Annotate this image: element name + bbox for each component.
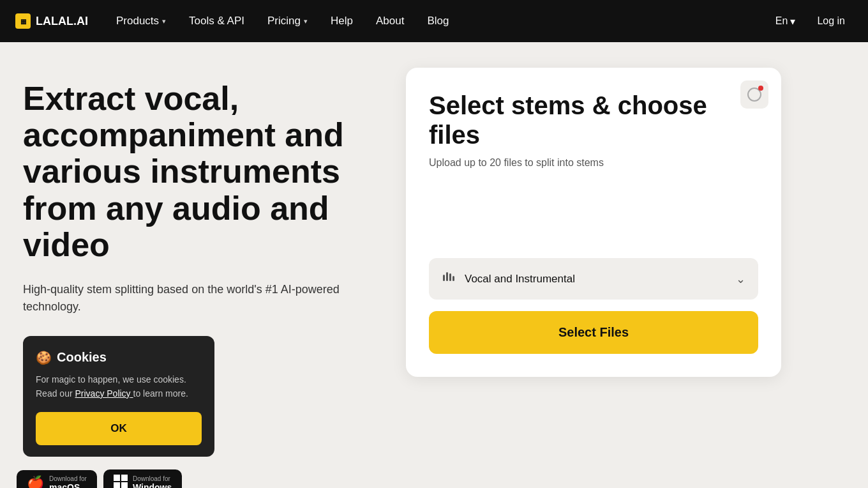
hero-subtitle: High-quality stem splitting based on the… <box>23 281 380 316</box>
stem-selector-label: Vocal and Instrumental <box>465 273 575 286</box>
products-chevron-icon: ▾ <box>162 17 166 26</box>
cookie-text: For magic to happen, we use cookies. Rea… <box>36 373 202 400</box>
app-badges-row: 🍎 Download for macOS Download for Window… <box>17 469 380 488</box>
logo-link[interactable]: ▦ LALAL.AI <box>15 13 88 29</box>
nav-about[interactable]: About <box>366 10 414 33</box>
stem-chevron-icon: ⌄ <box>736 272 745 286</box>
cookie-title: Cookies <box>57 350 107 365</box>
upload-card: Select stems & choose files Upload up to… <box>406 68 781 377</box>
apple-icon: 🍎 <box>27 475 44 488</box>
svg-rect-0 <box>114 475 120 481</box>
nav-right: En ▾ Log in <box>769 11 853 31</box>
windows-icon <box>114 475 128 488</box>
nav-pricing[interactable]: Pricing ▾ <box>257 10 318 33</box>
stem-music-icon <box>442 270 457 288</box>
right-column: Select stems & choose files Upload up to… <box>406 68 781 377</box>
svg-rect-5 <box>446 272 448 281</box>
windows-badge[interactable]: Download for Windows <box>103 469 182 488</box>
nav-links: Products ▾ Tools & API Pricing ▾ Help Ab… <box>106 10 769 33</box>
card-corner-icon <box>740 80 768 109</box>
hero-title: Extract vocal, accompaniment and various… <box>23 80 380 263</box>
nav-help[interactable]: Help <box>320 10 363 33</box>
cookie-banner: 🍪 Cookies For magic to happen, we use co… <box>23 336 214 457</box>
language-selector[interactable]: En ▾ <box>769 11 802 31</box>
logo-icon: ▦ <box>15 13 31 29</box>
lang-chevron-icon: ▾ <box>790 15 795 27</box>
login-link[interactable]: Log in <box>809 11 853 31</box>
svg-rect-7 <box>453 276 454 281</box>
card-title: Select stems & choose files <box>429 91 758 149</box>
stem-selector-dropdown[interactable]: Vocal and Instrumental ⌄ <box>429 258 758 300</box>
svg-rect-3 <box>121 482 128 488</box>
svg-rect-2 <box>114 482 120 488</box>
cookie-ok-button[interactable]: OK <box>36 412 202 445</box>
nav-tools[interactable]: Tools & API <box>179 10 255 33</box>
svg-rect-1 <box>121 475 128 481</box>
left-column: Extract vocal, accompaniment and various… <box>23 68 380 488</box>
nav-products[interactable]: Products ▾ <box>106 10 176 33</box>
privacy-policy-link[interactable]: Privacy Policy <box>75 388 133 399</box>
main-content: Extract vocal, accompaniment and various… <box>0 42 868 488</box>
cookie-icon: 🍪 <box>36 350 52 365</box>
select-files-button[interactable]: Select Files <box>429 311 758 354</box>
card-subtitle: Upload up to 20 files to split into stem… <box>429 157 758 169</box>
pricing-chevron-icon: ▾ <box>304 17 308 26</box>
macos-badge[interactable]: 🍎 Download for macOS <box>17 470 97 488</box>
svg-rect-6 <box>449 273 451 281</box>
svg-rect-4 <box>443 275 445 281</box>
cookie-header: 🍪 Cookies <box>36 350 202 365</box>
logo-text: LALAL.AI <box>36 15 88 28</box>
nav-blog[interactable]: Blog <box>417 10 459 33</box>
navbar: ▦ LALAL.AI Products ▾ Tools & API Pricin… <box>0 0 868 42</box>
record-icon <box>747 88 761 102</box>
